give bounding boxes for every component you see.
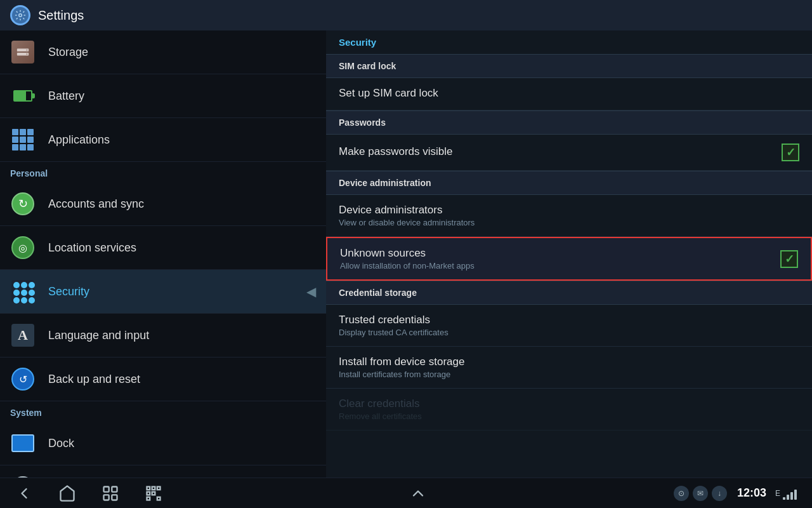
location-icon: ◎ [10, 235, 36, 260]
back-button[interactable] [15, 485, 33, 502]
battery-icon [10, 83, 36, 109]
sidebar-item-battery[interactable]: Battery [0, 74, 326, 118]
svg-point-3 [26, 50, 27, 51]
personal-section-header: Personal [0, 162, 326, 182]
security-icon [10, 279, 36, 304]
apps-icon [10, 127, 36, 152]
sidebar-item-backup[interactable]: ↺ Back up and reset [0, 358, 326, 401]
sidebar-accounts-label: Accounts and sync [48, 197, 144, 211]
network-type-icon: E [775, 489, 780, 498]
language-icon: A [10, 323, 36, 348]
settings-app-icon [10, 5, 30, 25]
svg-rect-17 [152, 491, 155, 495]
content-item-install-from-storage[interactable]: Install from device storage Install cert… [326, 347, 812, 389]
sidebar-backup-label: Back up and reset [48, 373, 140, 386]
sidebar-applications-label: Applications [48, 133, 110, 147]
datetime-icon [10, 474, 36, 478]
svg-rect-8 [104, 486, 109, 491]
content-item-trusted-credentials[interactable]: Trusted credentials Display trusted CA c… [326, 305, 812, 347]
install-from-storage-subtitle: Install certificates from storage [339, 370, 464, 379]
passwords-visible-title: Make passwords visible [339, 145, 453, 158]
sidebar-dock-label: Dock [48, 437, 74, 450]
bottombar: ⊙ ✉ ↓ 12:03 E [0, 478, 812, 508]
unknown-sources-title: Unknown sources [340, 247, 475, 260]
setup-sim-title: Set up SIM card lock [339, 87, 438, 100]
sidebar-item-datetime[interactable]: Date and time [0, 465, 326, 478]
content-item-unknown-sources[interactable]: Unknown sources Allow installation of no… [326, 237, 812, 281]
content-item-setup-sim[interactable]: Set up SIM card lock [326, 78, 812, 110]
device-administrators-title: Device administrators [339, 204, 475, 217]
svg-rect-10 [104, 495, 109, 500]
svg-rect-12 [147, 486, 150, 490]
trusted-credentials-subtitle: Display trusted CA certificates [339, 328, 449, 337]
group-header-sim: SIM card lock [326, 54, 812, 78]
menu-button[interactable] [145, 485, 162, 502]
content-item-clear-credentials: Clear credentials Remove all certificate… [326, 389, 812, 431]
center-up-button[interactable] [408, 485, 428, 502]
sidebar-item-location[interactable]: ◎ Location services [0, 226, 326, 270]
recents-button[interactable] [102, 485, 119, 502]
sidebar-security-label: Security [48, 285, 89, 298]
svg-rect-13 [152, 486, 155, 490]
svg-rect-18 [157, 497, 160, 500]
sidebar-item-dock[interactable]: Dock [0, 422, 326, 465]
status-area: ⊙ ✉ ↓ 12:03 E [674, 486, 797, 501]
status-icons: ⊙ ✉ ↓ [674, 486, 727, 501]
sidebar-item-security[interactable]: Security ◀ [0, 270, 326, 314]
content-item-passwords-visible[interactable]: Make passwords visible [326, 135, 812, 171]
storage-icon [10, 39, 36, 65]
nav-buttons [15, 485, 162, 502]
content-panel: Security SIM card lock Set up SIM card l… [326, 30, 812, 478]
main-layout: Storage Battery Applications [0, 30, 812, 478]
passwords-visible-checkbox[interactable] [782, 144, 799, 161]
message-status-icon: ✉ [693, 486, 708, 501]
svg-point-0 [19, 14, 22, 17]
sidebar: Storage Battery Applications [0, 30, 326, 478]
content-item-device-administrators[interactable]: Device administrators View or disable de… [326, 195, 812, 237]
content-section-title: Security [326, 30, 812, 54]
dock-icon [10, 431, 36, 456]
sidebar-item-applications[interactable]: Applications [0, 118, 326, 162]
sidebar-item-storage[interactable]: Storage [0, 30, 326, 74]
clear-credentials-title: Clear credentials [339, 398, 422, 410]
group-header-credential-storage: Credential storage [326, 281, 812, 305]
device-administrators-subtitle: View or disable device administrators [339, 218, 475, 227]
svg-rect-16 [147, 497, 150, 500]
sync-status-icon: ⊙ [674, 486, 689, 501]
home-button[interactable] [58, 485, 76, 502]
sidebar-location-label: Location services [48, 241, 136, 255]
group-header-device-admin: Device administration [326, 171, 812, 195]
sidebar-language-label: Language and input [48, 329, 149, 342]
svg-rect-11 [112, 495, 117, 500]
download-status-icon: ↓ [712, 486, 727, 501]
status-time: 12:03 [737, 486, 766, 500]
collapse-arrow-icon: ◀ [306, 284, 316, 299]
sidebar-item-accounts[interactable]: ↻ Accounts and sync [0, 182, 326, 226]
sync-icon: ↻ [10, 191, 36, 217]
unknown-sources-subtitle: Allow installation of non-Market apps [340, 261, 475, 271]
connectivity-icons: E [775, 487, 797, 500]
sidebar-storage-label: Storage [48, 46, 88, 59]
svg-rect-14 [157, 486, 160, 490]
install-from-storage-title: Install from device storage [339, 356, 464, 368]
svg-rect-9 [112, 486, 117, 491]
trusted-credentials-title: Trusted credentials [339, 314, 449, 326]
backup-icon: ↺ [10, 366, 36, 392]
signal-bars [783, 487, 797, 500]
clear-credentials-subtitle: Remove all certificates [339, 411, 422, 421]
sidebar-battery-label: Battery [48, 90, 84, 103]
unknown-sources-checkbox[interactable] [780, 250, 798, 268]
svg-rect-15 [147, 491, 150, 495]
system-section-header: System [0, 401, 326, 422]
group-header-passwords: Passwords [326, 110, 812, 135]
topbar: Settings [0, 0, 812, 30]
sidebar-item-language[interactable]: A Language and input [0, 314, 326, 358]
app-title: Settings [38, 8, 84, 23]
svg-point-4 [26, 53, 27, 55]
